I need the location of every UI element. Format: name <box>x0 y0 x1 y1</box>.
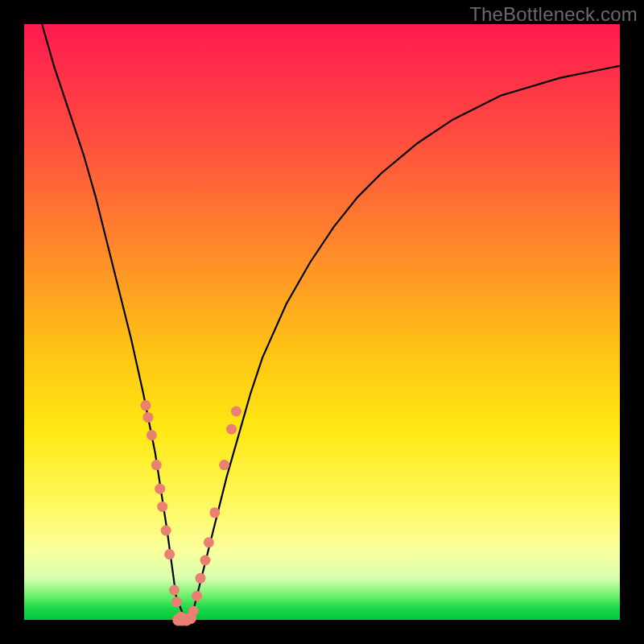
highlight-dot <box>192 591 202 601</box>
chart-frame: TheBottleneck.com <box>0 0 644 644</box>
highlight-dot <box>147 430 157 440</box>
bottleneck-curve-path <box>42 24 620 620</box>
highlight-dot <box>157 502 167 512</box>
highlight-dot <box>219 460 229 470</box>
highlight-dot <box>231 407 242 417</box>
plot-area <box>24 24 620 620</box>
highlight-dots <box>141 400 242 625</box>
highlight-dot <box>141 400 151 411</box>
highlight-dot <box>200 555 211 566</box>
highlight-dot <box>184 612 196 624</box>
highlight-dot <box>171 597 182 607</box>
watermark-text: TheBottleneck.com <box>469 3 638 26</box>
highlight-dot <box>155 484 165 494</box>
highlight-dot <box>204 537 214 547</box>
highlight-dot <box>196 573 206 584</box>
highlight-dot <box>164 549 175 559</box>
bottleneck-curve <box>42 24 620 620</box>
highlight-dot <box>151 460 162 470</box>
highlight-dot <box>142 412 153 423</box>
highlight-dot <box>226 424 237 435</box>
highlight-dot <box>209 507 220 518</box>
highlight-dot <box>169 585 180 596</box>
chart-svg <box>24 24 620 620</box>
highlight-dot <box>161 526 171 536</box>
